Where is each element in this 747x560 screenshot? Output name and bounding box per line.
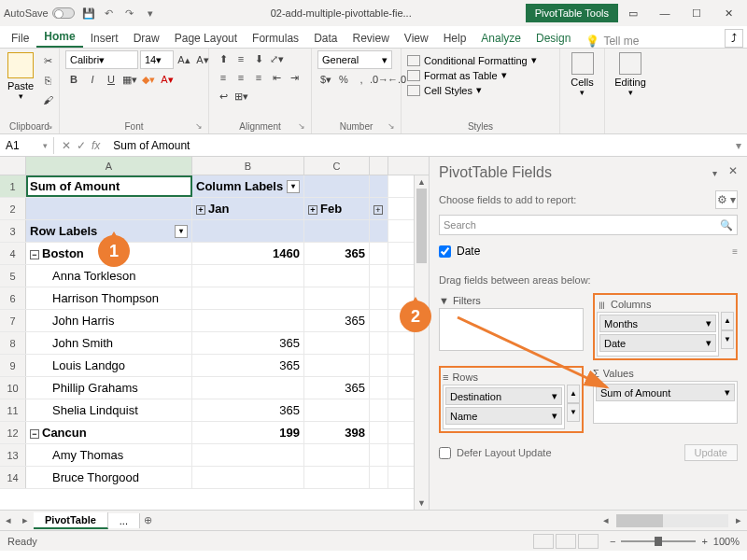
cell-c4[interactable]: 365 — [304, 243, 370, 264]
zoom-level[interactable]: 100% — [713, 536, 740, 547]
comma-icon[interactable]: , — [353, 71, 370, 88]
expand-icon[interactable]: + — [374, 205, 383, 215]
copy-icon[interactable]: ⎘ — [39, 72, 56, 89]
scroll-up-icon[interactable]: ▲ — [415, 175, 429, 189]
tell-me-search[interactable]: 💡 Tell me — [585, 35, 639, 48]
zoom-handle[interactable] — [655, 537, 662, 546]
sheet-tab-pivottable[interactable]: PivotTable — [34, 512, 108, 529]
conditional-formatting-button[interactable]: Conditional Formatting ▾ — [407, 54, 537, 66]
tab-analyze[interactable]: Analyze — [473, 29, 529, 48]
zoom-out-button[interactable]: − — [610, 536, 615, 547]
rows-area[interactable]: ≡Rows Destination▾ Name▾ ▲▼ — [439, 366, 584, 433]
cell-a5[interactable]: Anna Torkleson — [26, 265, 192, 287]
collapse-icon[interactable]: − — [30, 429, 39, 439]
merge-center-icon[interactable]: ⊞▾ — [233, 88, 249, 105]
field-date-checkbox[interactable] — [439, 245, 451, 258]
wrap-text-icon[interactable]: ↩ — [215, 88, 232, 105]
sheet-nav-prev[interactable]: ◂ — [0, 514, 17, 526]
indent-decrease-icon[interactable]: ⇤ — [268, 69, 285, 86]
cell-a10[interactable]: Phillip Grahams — [26, 377, 192, 399]
area-field-destination[interactable]: Destination▾ — [445, 387, 562, 405]
tab-formulas[interactable]: Formulas — [245, 29, 306, 48]
cell-b4[interactable]: 1460 — [192, 243, 304, 264]
share-button[interactable]: ⤴ — [725, 29, 743, 48]
zoom-slider[interactable] — [621, 540, 696, 542]
minimize-button[interactable]: — — [650, 2, 680, 24]
pane-close-icon[interactable]: ✕ — [728, 164, 738, 177]
cell-c1[interactable] — [304, 175, 370, 197]
scroll-up-icon[interactable]: ▲ — [567, 385, 580, 403]
pane-menu-icon[interactable]: ▾ — [712, 168, 717, 178]
tab-draw[interactable]: Draw — [126, 29, 167, 48]
font-size-combo[interactable]: 14 ▾ — [140, 50, 174, 69]
fill-color-button[interactable]: ◆▾ — [140, 71, 157, 88]
row-header[interactable]: 6 — [0, 287, 26, 309]
row-header[interactable]: 1 — [0, 175, 26, 197]
save-icon[interactable]: 💾 — [82, 7, 95, 20]
area-field-date[interactable]: Date▾ — [599, 334, 716, 352]
area-field-months[interactable]: Months▾ — [599, 315, 716, 332]
filter-icon[interactable]: ▾ — [175, 225, 188, 238]
row-header[interactable]: 7 — [0, 310, 26, 331]
undo-icon[interactable]: ↶ — [103, 7, 116, 20]
name-box[interactable]: A1▾ — [0, 137, 54, 154]
border-button[interactable]: ▦▾ — [121, 71, 138, 88]
filters-area[interactable]: ▼Filters — [439, 293, 584, 360]
align-right-icon[interactable]: ≡ — [250, 69, 267, 86]
tab-review[interactable]: Review — [345, 29, 396, 48]
row-header[interactable]: 10 — [0, 377, 26, 399]
pane-settings-button[interactable]: ⚙ ▾ — [715, 190, 738, 209]
qat-dropdown-icon[interactable]: ▾ — [144, 7, 157, 20]
cell-a12[interactable]: −Cancun — [26, 422, 192, 443]
defer-update-checkbox[interactable] — [439, 447, 451, 459]
cell-a13[interactable]: Amy Thomas — [26, 444, 192, 466]
indent-increase-icon[interactable]: ⇥ — [286, 69, 303, 86]
cell-styles-button[interactable]: Cell Styles ▾ — [407, 84, 537, 96]
increase-decimal-icon[interactable]: .0→ — [371, 71, 388, 88]
orientation-icon[interactable]: ⤢▾ — [268, 50, 285, 67]
sheet-nav-next[interactable]: ▸ — [17, 514, 34, 526]
area-field-name[interactable]: Name▾ — [445, 407, 562, 425]
cell-a2[interactable] — [26, 198, 192, 219]
font-launcher[interactable]: ↘ — [195, 121, 203, 131]
row-header[interactable]: 13 — [0, 444, 26, 466]
hscroll-right-icon[interactable]: ▸ — [730, 514, 747, 526]
alignment-launcher[interactable]: ↘ — [298, 121, 305, 131]
cell-b2[interactable]: +Jan — [192, 198, 304, 219]
cell-a14[interactable]: Bruce Thorgood — [26, 467, 192, 488]
font-color-button[interactable]: A▾ — [159, 71, 176, 88]
scroll-down-icon[interactable]: ▼ — [415, 497, 429, 510]
row-header[interactable]: 9 — [0, 355, 26, 376]
zoom-in-button[interactable]: + — [701, 536, 707, 547]
field-date[interactable]: Date ≡ — [439, 245, 738, 258]
row-header[interactable]: 4 — [0, 243, 26, 264]
cell-a8[interactable]: John Smith — [26, 332, 192, 354]
align-left-icon[interactable]: ≡ — [215, 69, 232, 86]
tab-insert[interactable]: Insert — [83, 29, 126, 48]
filter-icon[interactable]: ▾ — [287, 180, 300, 193]
row-header[interactable]: 11 — [0, 399, 26, 421]
row-header[interactable]: 3 — [0, 220, 26, 242]
cells-button[interactable]: Cells ▾ — [566, 50, 599, 99]
cut-icon[interactable]: ✂ — [39, 52, 56, 69]
editing-button[interactable]: Editing ▾ — [611, 50, 650, 99]
normal-view-button[interactable] — [533, 534, 554, 549]
autosave-toggle[interactable] — [52, 7, 75, 19]
new-sheet-button[interactable]: ⊕ — [140, 514, 157, 526]
tab-data[interactable]: Data — [306, 29, 345, 48]
col-header-a[interactable]: A — [26, 157, 192, 175]
cell-a9[interactable]: Louis Landgo — [26, 355, 192, 376]
expand-formula-bar-icon[interactable]: ▾ — [730, 139, 747, 152]
close-button[interactable]: ✕ — [713, 2, 743, 24]
tab-home[interactable]: Home — [36, 27, 82, 48]
collapse-icon[interactable]: − — [30, 250, 39, 259]
vertical-scrollbar[interactable]: ▲ ▼ — [414, 175, 429, 510]
percent-icon[interactable]: % — [335, 71, 352, 88]
values-area[interactable]: ΣValues Sum of Amount▾ — [593, 366, 738, 433]
sheet-tab-more[interactable]: ... — [108, 513, 140, 528]
redo-icon[interactable]: ↷ — [123, 7, 136, 20]
maximize-button[interactable]: ☐ — [682, 2, 712, 24]
cancel-formula-icon[interactable]: ✕ — [62, 139, 71, 152]
cell-a1[interactable]: Sum of Amount — [26, 175, 192, 197]
ribbon-options-icon[interactable]: ▭ — [618, 2, 648, 24]
